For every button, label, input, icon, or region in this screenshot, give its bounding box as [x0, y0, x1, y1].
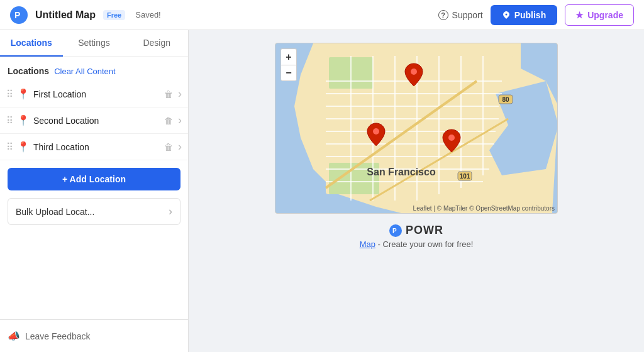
- trash-icon[interactable]: 🗑: [164, 89, 173, 99]
- free-badge: Free: [103, 10, 125, 20]
- svg-text:80: 80: [502, 96, 509, 103]
- tab-bar: Locations Settings Design: [0, 30, 188, 57]
- svg-text:101: 101: [460, 173, 470, 180]
- map-tagline: Map - Create your own for free!: [360, 239, 474, 249]
- app-title: Untitled Map: [35, 9, 96, 21]
- locations-section-label: Locations: [8, 66, 49, 76]
- main-layout: Locations Settings Design Locations Clea…: [0, 30, 644, 352]
- bulk-upload-label: Bulk Upload Locat...: [16, 207, 94, 217]
- pin-icon: 📍: [17, 114, 30, 126]
- chevron-right-icon[interactable]: ›: [178, 140, 182, 153]
- map-link[interactable]: Map: [360, 239, 375, 249]
- trash-icon[interactable]: 🗑: [164, 142, 173, 152]
- add-location-button[interactable]: + Add Location: [8, 168, 180, 190]
- svg-text:San Francisco: San Francisco: [367, 167, 436, 177]
- publish-button[interactable]: Publish: [491, 5, 558, 25]
- svg-point-2: [505, 13, 507, 15]
- app-logo: P: [10, 6, 28, 24]
- pin-icon: 📍: [17, 141, 30, 153]
- item-actions: 🗑 ›: [164, 87, 182, 101]
- clear-all-button[interactable]: Clear All Content: [54, 67, 116, 76]
- feedback-label: Leave Feedback: [25, 331, 91, 341]
- chevron-right-icon[interactable]: ›: [178, 87, 182, 101]
- item-actions: 🗑 ›: [164, 114, 182, 127]
- location-name: Second Location: [33, 116, 160, 126]
- location-name: Third Location: [33, 142, 160, 152]
- tab-locations[interactable]: Locations: [0, 30, 63, 57]
- svg-text:P: P: [14, 10, 20, 20]
- zoom-in-button[interactable]: +: [280, 48, 297, 65]
- tab-design[interactable]: Design: [125, 30, 188, 57]
- map-controls: + −: [280, 48, 297, 81]
- drag-handle-icon: ⠿: [6, 141, 13, 153]
- question-icon: ?: [438, 10, 448, 20]
- map-area: + −: [189, 30, 644, 352]
- trash-icon[interactable]: 🗑: [164, 116, 173, 126]
- map-svg: San Francisco 101 80: [275, 43, 558, 213]
- list-item[interactable]: ⠿ 📍 Second Location 🗑 ›: [0, 107, 188, 134]
- rocket-icon: [502, 11, 511, 19]
- svg-text:P: P: [392, 228, 397, 234]
- header-actions: ? Support Publish ★ Upgrade: [438, 4, 634, 26]
- drag-handle-icon: ⠿: [6, 115, 13, 126]
- app-header: P Untitled Map Free Saved! ? Support Pub…: [0, 0, 644, 30]
- map-branding: P POWR Map - Create your own for free!: [360, 224, 474, 249]
- zoom-out-button[interactable]: −: [280, 65, 297, 81]
- powr-logo: P POWR: [360, 224, 474, 237]
- list-item[interactable]: ⠿ 📍 First Location 🗑 ›: [0, 81, 188, 107]
- megaphone-icon: 📣: [8, 330, 20, 342]
- locations-header: Locations Clear All Content: [0, 57, 188, 81]
- bulk-upload-row[interactable]: Bulk Upload Locat... ›: [8, 198, 180, 225]
- item-actions: 🗑 ›: [164, 140, 182, 153]
- upgrade-button[interactable]: ★ Upgrade: [565, 4, 634, 26]
- powr-text: POWR: [406, 224, 443, 237]
- list-item[interactable]: ⠿ 📍 Third Location 🗑 ›: [0, 134, 188, 160]
- bulk-upload-chevron-icon: ›: [169, 205, 172, 218]
- star-icon: ★: [575, 10, 584, 20]
- location-name: First Location: [33, 89, 160, 99]
- location-list: ⠿ 📍 First Location 🗑 › ⠿ 📍 Second Locati…: [0, 81, 188, 160]
- chevron-right-icon[interactable]: ›: [178, 114, 182, 127]
- pin-icon: 📍: [17, 88, 30, 100]
- saved-status: Saved!: [135, 10, 160, 19]
- map-attribution: Leaflet | © MapTiler © OpenStreetMap con…: [413, 205, 555, 212]
- drag-handle-icon: ⠿: [6, 89, 13, 100]
- map-container: + −: [275, 43, 558, 214]
- leave-feedback-button[interactable]: 📣 Leave Feedback: [0, 319, 188, 352]
- tab-settings[interactable]: Settings: [63, 30, 126, 57]
- sidebar: Locations Settings Design Locations Clea…: [0, 30, 189, 352]
- powr-logo-icon: P: [389, 224, 402, 237]
- sidebar-spacer: [0, 233, 188, 319]
- svg-point-34: [448, 135, 455, 141]
- svg-point-32: [411, 69, 417, 75]
- svg-point-33: [373, 128, 379, 135]
- support-button[interactable]: ? Support: [438, 10, 483, 20]
